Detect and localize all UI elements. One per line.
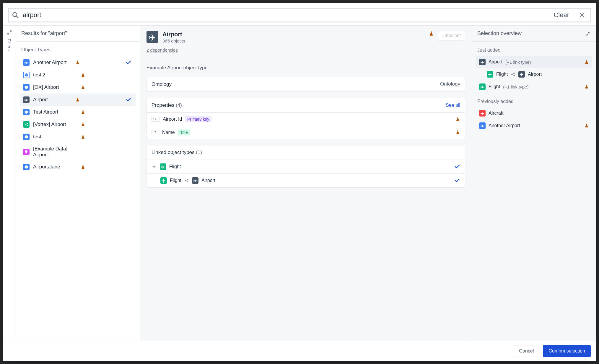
just-added-label: Just added	[477, 47, 591, 53]
linked-child-b: Airport	[201, 178, 215, 183]
search-input[interactable]	[22, 11, 548, 19]
search-row: Clear	[3, 3, 596, 25]
selection-row[interactable]: Another Airport	[476, 119, 592, 132]
result-label: [OX] Airport	[33, 84, 77, 90]
flask-icon	[584, 60, 589, 64]
selection-meta: (+1 link type)	[503, 84, 528, 89]
property-row[interactable]: 123Airport IdPrimary key	[147, 113, 465, 126]
selection-child-a: Flight	[496, 72, 508, 77]
flask-icon	[75, 60, 80, 65]
check-icon	[454, 164, 460, 170]
detail-title: Airport	[162, 31, 424, 38]
selection-row[interactable]: Airport(+1 link type)	[476, 56, 592, 68]
properties-label: Properties	[152, 102, 174, 108]
plane-icon	[23, 59, 30, 66]
property-tag: Primary key	[185, 116, 211, 122]
plane-icon	[487, 71, 493, 78]
result-row[interactable]: test 2	[20, 69, 136, 81]
plane-icon	[160, 163, 166, 170]
link-icon	[511, 72, 515, 77]
selection-child-b: Airport	[528, 72, 542, 77]
dependencies-link[interactable]: 2 dependencies	[147, 47, 178, 53]
result-row[interactable]: [OX] Airport	[20, 81, 136, 94]
plane-icon	[479, 122, 486, 129]
see-all-link[interactable]: See all	[446, 103, 460, 108]
result-row[interactable]: [Vortex] Airport	[20, 118, 136, 131]
linked-card: Linked object types (1) Flight	[147, 145, 465, 188]
plane-icon	[160, 177, 167, 184]
check-icon	[454, 178, 460, 183]
flask-icon	[81, 122, 85, 127]
search-icon	[12, 11, 19, 19]
flask-icon	[81, 110, 85, 114]
flask-icon	[584, 84, 589, 89]
flask-icon	[455, 117, 460, 122]
detail-subtitle: 365 objects	[162, 38, 424, 43]
flask-icon	[429, 31, 434, 36]
selection-header: Selection overview	[477, 30, 522, 37]
linked-count: (1)	[196, 150, 202, 155]
type-chip: 123	[152, 117, 160, 122]
unselect-button[interactable]: Unselect	[438, 31, 465, 40]
plane-icon	[479, 110, 486, 117]
cube-icon	[23, 72, 30, 78]
result-label: test 2	[33, 72, 77, 78]
flask-icon	[584, 123, 589, 128]
result-label: Test Airport	[33, 109, 77, 115]
selection-row[interactable]: Flight(+1 link type)	[476, 81, 592, 93]
confirm-button[interactable]: Confirm selection	[543, 345, 591, 357]
expand-filters-icon[interactable]	[7, 30, 12, 35]
selection-row[interactable]: Aircraft	[476, 107, 592, 119]
linked-child-row[interactable]: Flight Airport	[147, 174, 465, 187]
cube-icon	[23, 109, 30, 115]
selection-label: Another Airport	[489, 123, 520, 128]
collapse-icon[interactable]	[585, 31, 591, 36]
selection-child-row[interactable]: FlightAirport	[484, 68, 592, 81]
chevron-down-icon[interactable]	[152, 164, 157, 169]
properties-count: (4)	[176, 102, 182, 108]
results-panel: Results for "airport" Object Types Anoth…	[16, 26, 140, 341]
flask-icon	[75, 97, 80, 102]
properties-card: Properties (4) See all 123Airport IdPrim…	[147, 98, 465, 139]
property-tag: Title	[178, 129, 190, 135]
cube-icon	[23, 134, 30, 140]
plane-icon	[192, 177, 198, 184]
detail-icon	[147, 31, 158, 43]
result-row[interactable]: Airportalane	[20, 161, 136, 173]
cancel-button[interactable]: Cancel	[514, 345, 540, 357]
flask-icon	[81, 165, 85, 169]
result-row[interactable]: Airport	[20, 94, 136, 106]
plane-icon	[518, 71, 525, 78]
object-picker-dialog: Clear Filters Results for "airport" Obje…	[3, 3, 596, 361]
linked-label: Linked object types	[152, 150, 195, 155]
detail-panel: Airport 365 objects Unselect 2 dependenc…	[140, 26, 472, 341]
result-row[interactable]: [Example Data] Airport	[20, 143, 136, 161]
close-button[interactable]	[575, 12, 587, 18]
ontology-label: Ontology	[152, 81, 172, 87]
cube-icon	[23, 164, 30, 170]
dialog-body: Filters Results for "airport" Object Typ…	[3, 25, 596, 341]
selection-label: Aircraft	[489, 111, 504, 116]
result-label: Another Airport	[33, 60, 72, 65]
result-label: [Vortex] Airport	[33, 122, 77, 127]
results-header: Results for "airport"	[16, 26, 140, 42]
linked-child-a: Flight	[170, 178, 181, 183]
link-icon	[184, 178, 189, 183]
linked-parent-label: Flight	[169, 164, 181, 169]
ontology-value[interactable]: Ontology	[440, 81, 460, 87]
result-row[interactable]: Test Airport	[20, 106, 136, 118]
result-label: test	[33, 134, 77, 140]
clear-button[interactable]: Clear	[551, 11, 572, 19]
property-name: Name	[162, 130, 175, 135]
check-icon	[126, 60, 133, 65]
property-row[interactable]: ❞NameTitle	[147, 126, 465, 139]
property-name: Airport Id	[163, 117, 182, 122]
result-row[interactable]: Another Airport	[20, 56, 136, 69]
search-wrap: Clear	[8, 8, 591, 22]
linked-parent-row[interactable]: Flight	[147, 160, 465, 174]
plane-icon	[23, 96, 30, 103]
selection-panel: Selection overview Just added Airport(+1…	[472, 26, 596, 341]
flask-icon	[455, 130, 460, 135]
object-types-label: Object Types	[20, 45, 136, 56]
result-row[interactable]: test	[20, 131, 136, 143]
